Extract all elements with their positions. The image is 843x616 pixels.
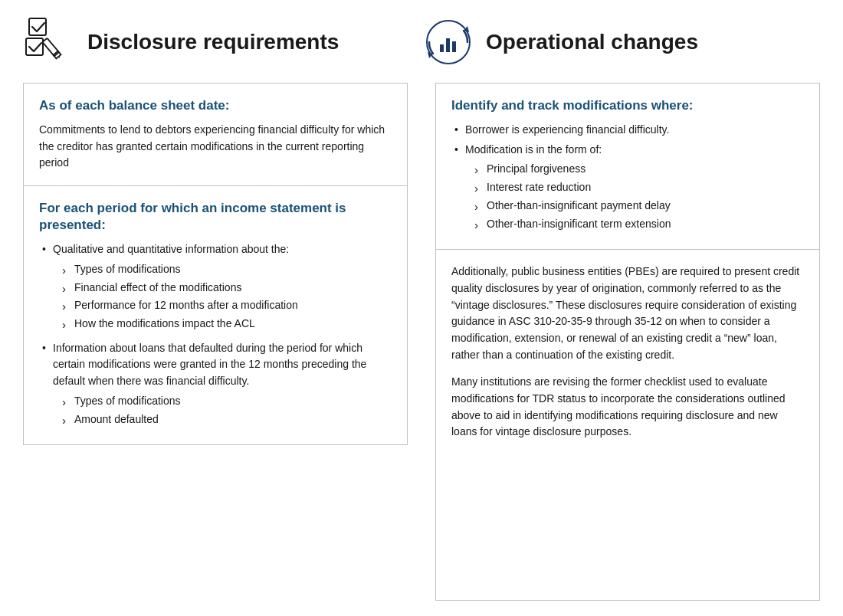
- left-card-2-title: For each period for which an income stat…: [39, 200, 392, 234]
- right-bullet-1: Borrower is experiencing financial diffi…: [451, 122, 804, 139]
- right-card-2: Additionally, public business entities (…: [435, 250, 820, 601]
- left-sub-1-3: Performance for 12 months after a modifi…: [61, 297, 392, 314]
- left-sub-1-1: Types of modifications: [61, 261, 392, 278]
- right-section-header: Operational changes: [422, 15, 820, 69]
- left-sub-2-2: Amount defaulted: [61, 411, 392, 428]
- right-section-title: Operational changes: [486, 30, 698, 54]
- svg-line-5: [58, 57, 59, 58]
- right-sub-1-1: Principal forgiveness: [473, 161, 804, 178]
- right-sub-1-3: Other-than-insignificant payment delay: [473, 198, 804, 215]
- svg-rect-2: [42, 38, 59, 57]
- operational-icon: [422, 15, 475, 69]
- left-sub-1-4: How the modifications impact the ACL: [61, 316, 392, 333]
- left-card-1: As of each balance sheet date: Commitmen…: [23, 83, 408, 186]
- left-bullet-2: Information about loans that defaulted d…: [39, 340, 392, 428]
- right-card-2-para1: Additionally, public business entities (…: [451, 264, 804, 363]
- left-sub-1-2: Financial effect of the modifications: [61, 280, 392, 297]
- left-sub-list-2: Types of modifications Amount defaulted: [61, 393, 392, 428]
- left-bullet-1: Qualitative and quantitative information…: [39, 241, 392, 332]
- right-sub-1-2: Interest rate reduction: [473, 179, 804, 196]
- left-card-2: For each period for which an income stat…: [23, 186, 408, 445]
- disclosure-icon: [23, 15, 77, 69]
- right-card-2-para2: Many institutions are revising the forme…: [451, 374, 804, 441]
- svg-rect-11: [452, 41, 456, 52]
- svg-rect-9: [440, 44, 444, 52]
- left-card-1-title: As of each balance sheet date:: [39, 97, 392, 114]
- right-bullet-2: Modification is in the form of: Principa…: [451, 142, 804, 232]
- svg-rect-10: [446, 38, 450, 52]
- left-panel: As of each balance sheet date: Commitmen…: [23, 83, 422, 601]
- right-sub-list-1: Principal forgiveness Interest rate redu…: [473, 161, 804, 232]
- right-card-1-title: Identify and track modifications where:: [451, 97, 804, 114]
- header-row: Disclosure requirements Operational chan…: [23, 15, 820, 69]
- left-card-1-text: Commitments to lend to debtors experienc…: [39, 122, 392, 172]
- left-sub-list-1: Types of modifications Financial effect …: [61, 261, 392, 333]
- left-section-title: Disclosure requirements: [87, 30, 339, 54]
- left-sub-2-1: Types of modifications: [61, 393, 392, 410]
- right-card-1: Identify and track modifications where: …: [435, 83, 820, 250]
- right-sub-1-4: Other-than-insignificant term extension: [473, 216, 804, 233]
- content-row: As of each balance sheet date: Commitmen…: [23, 83, 820, 601]
- left-section-header: Disclosure requirements: [23, 15, 422, 69]
- left-card-2-bullets: Qualitative and quantitative information…: [39, 241, 392, 428]
- right-card-1-bullets: Borrower is experiencing financial diffi…: [451, 122, 804, 232]
- right-panel: Identify and track modifications where: …: [422, 83, 820, 601]
